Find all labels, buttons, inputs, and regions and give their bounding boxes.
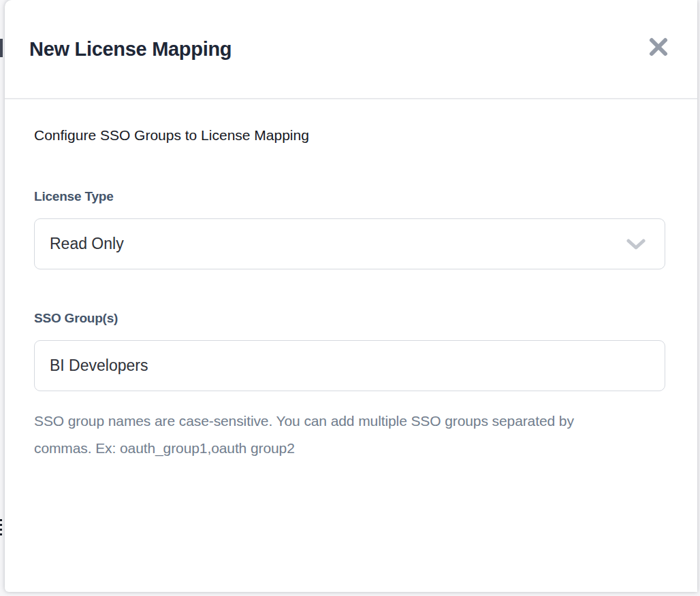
sso-groups-help-text: SSO group names are case-sensitive. You …: [34, 408, 599, 462]
sso-groups-input[interactable]: [34, 340, 665, 391]
license-type-selected-value: Read Only: [50, 235, 124, 253]
modal-body: Configure SSO Groups to License Mapping …: [5, 99, 697, 462]
chevron-down-icon: [626, 239, 646, 250]
license-type-select[interactable]: Read Only: [34, 218, 665, 269]
sso-groups-label: SSO Group(s): [34, 311, 663, 326]
modal-title: New License Mapping: [29, 38, 232, 61]
close-button[interactable]: [647, 35, 670, 59]
new-license-mapping-modal: New License Mapping Configure SSO Groups…: [5, 0, 697, 592]
license-type-label: License Type: [34, 189, 663, 204]
modal-header: New License Mapping: [5, 0, 697, 99]
background-page-sliver: [0, 39, 3, 57]
close-icon: [648, 37, 669, 57]
list-icon: [0, 519, 3, 537]
modal-subtitle: Configure SSO Groups to License Mapping: [34, 125, 663, 146]
